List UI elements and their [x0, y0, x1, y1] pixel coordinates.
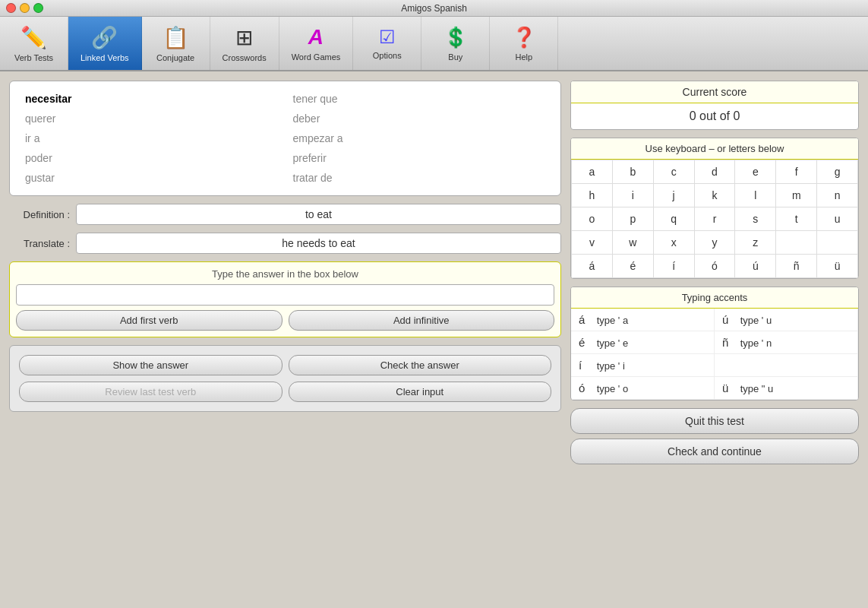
key-q[interactable]: q — [654, 207, 695, 231]
key-w[interactable]: w — [613, 231, 654, 255]
toolbar-item-conjugate[interactable]: 📋 Conjugate — [142, 17, 210, 70]
toolbar: ✏️ Verb Tests 🔗 Linked Verbs 📋 Conjugate… — [0, 17, 868, 71]
toolbar-label-conjugate: Conjugate — [156, 53, 194, 62]
right-panel: Current score 0 out of 0 Use keyboard – … — [570, 81, 859, 599]
key-b[interactable]: b — [613, 160, 654, 184]
accent-char-uu: ü — [722, 382, 737, 394]
accent-char-e: é — [579, 336, 594, 349]
key-a[interactable]: a — [572, 160, 613, 184]
word-item-4[interactable]: ir a — [25, 130, 278, 147]
key-t[interactable]: t — [776, 207, 817, 231]
toolbar-item-buy[interactable]: 💲 Buy — [421, 17, 490, 70]
key-z[interactable]: z — [735, 231, 776, 255]
key-x[interactable]: x — [654, 231, 695, 255]
word-item-8[interactable]: gustar — [25, 169, 278, 186]
word-item-9[interactable]: tratar de — [293, 169, 546, 186]
definition-input[interactable] — [76, 204, 561, 225]
left-panel: necesitar tener que querer deber ir a em… — [9, 81, 561, 599]
toolbar-label-linked-verbs: Linked Verbs — [80, 53, 129, 62]
check-continue-button[interactable]: Check and continue — [570, 439, 859, 464]
toolbar-label-options: Options — [373, 51, 402, 60]
word-item-5[interactable]: empezar a — [293, 130, 546, 147]
key-f[interactable]: f — [776, 160, 817, 184]
accent-e-left: é type ' e — [571, 331, 715, 354]
key-e[interactable]: e — [735, 160, 776, 184]
key-n-tilde[interactable]: ñ — [776, 255, 817, 278]
minimize-button[interactable] — [20, 3, 30, 13]
keyboard-header: Use keyboard – or letters below — [571, 138, 858, 160]
translate-label: Translate : — [9, 238, 70, 249]
toolbar-item-verb-tests[interactable]: ✏️ Verb Tests — [0, 17, 68, 70]
link-icon: 🔗 — [91, 25, 118, 50]
accent-char-a: á — [579, 313, 594, 326]
key-v[interactable]: v — [572, 231, 613, 255]
toolbar-item-crosswords[interactable]: ⊞ Crosswords — [210, 17, 279, 70]
translate-input[interactable] — [76, 233, 561, 254]
translate-row: Translate : — [9, 233, 561, 254]
word-item-0[interactable]: necesitar — [25, 90, 278, 107]
answer-input[interactable] — [16, 284, 554, 306]
key-g[interactable]: g — [817, 160, 858, 184]
word-item-3[interactable]: deber — [293, 110, 546, 127]
key-u-accent[interactable]: ú — [735, 255, 776, 278]
key-m[interactable]: m — [776, 184, 817, 207]
maximize-button[interactable] — [33, 3, 43, 13]
key-c[interactable]: c — [654, 160, 695, 184]
accent-a-left: á type ' a — [571, 309, 715, 331]
key-y[interactable]: y — [695, 231, 736, 255]
toolbar-item-word-games[interactable]: A Word Games — [279, 17, 354, 70]
key-p[interactable]: p — [613, 207, 654, 231]
toolbar-item-options[interactable]: ☑ Options — [353, 17, 421, 70]
answer-buttons: Add first verb Add infinitive — [16, 310, 554, 331]
accent-o-left: ó type ' o — [571, 377, 715, 400]
window-controls — [6, 3, 43, 13]
key-o[interactable]: o — [572, 207, 613, 231]
titlebar: Amigos Spanish — [0, 0, 868, 17]
toolbar-item-linked-verbs[interactable]: 🔗 Linked Verbs — [68, 17, 142, 70]
check-answer-button[interactable]: Check the answer — [289, 355, 552, 375]
key-i[interactable]: i — [613, 184, 654, 207]
word-item-6[interactable]: poder — [25, 150, 278, 166]
key-l[interactable]: l — [735, 184, 776, 207]
toolbar-item-help[interactable]: ❓ Help — [490, 17, 558, 70]
buy-icon: 💲 — [443, 26, 468, 49]
score-box: Current score 0 out of 0 — [570, 81, 859, 130]
key-d[interactable]: d — [695, 160, 736, 184]
keyboard-grid: a b c d e f g h i j k l m n o p q r s — [571, 160, 858, 278]
accent-uu-right: ü type " u — [715, 377, 858, 400]
key-u-umlaut[interactable]: ü — [817, 255, 858, 278]
accent-char-u: ú — [722, 313, 737, 326]
review-last-button[interactable]: Review last test verb — [19, 382, 282, 402]
show-answer-button[interactable]: Show the answer — [19, 355, 282, 375]
key-n[interactable]: n — [817, 184, 858, 207]
add-infinitive-button[interactable]: Add infinitive — [289, 310, 555, 331]
toolbar-label-crosswords: Crosswords — [223, 53, 267, 62]
word-item-7[interactable]: preferir — [293, 150, 546, 166]
quit-test-button[interactable]: Quit this test — [570, 408, 859, 434]
accent-empty-right — [715, 354, 858, 377]
accent-n-right: ñ type ' n — [715, 331, 858, 354]
key-a-accent[interactable]: á — [572, 255, 613, 278]
key-j[interactable]: j — [654, 184, 695, 207]
key-o-accent[interactable]: ó — [695, 255, 736, 278]
score-value: 0 out of 0 — [571, 103, 858, 129]
key-h[interactable]: h — [572, 184, 613, 207]
key-r[interactable]: r — [695, 207, 736, 231]
key-k[interactable]: k — [695, 184, 736, 207]
add-first-verb-button[interactable]: Add first verb — [16, 310, 282, 331]
key-i-accent[interactable]: í — [654, 255, 695, 278]
close-button[interactable] — [6, 3, 16, 13]
clear-input-button[interactable]: Clear input — [289, 382, 552, 402]
word-item-2[interactable]: querer — [25, 110, 278, 127]
key-e-accent[interactable]: é — [613, 255, 654, 278]
key-empty-2 — [817, 231, 858, 255]
key-u[interactable]: u — [817, 207, 858, 231]
key-empty-1 — [776, 231, 817, 255]
accents-grid: á type ' a ú type ' u é type ' e ñ type … — [571, 309, 858, 400]
definition-row: Definition : — [9, 204, 561, 225]
action-group: Show the answer Check the answer Review … — [9, 345, 561, 412]
word-item-1[interactable]: tener que — [293, 90, 546, 107]
accent-u-right: ú type ' u — [715, 309, 858, 331]
key-s[interactable]: s — [735, 207, 776, 231]
word-list-box: necesitar tener que querer deber ir a em… — [9, 81, 561, 196]
